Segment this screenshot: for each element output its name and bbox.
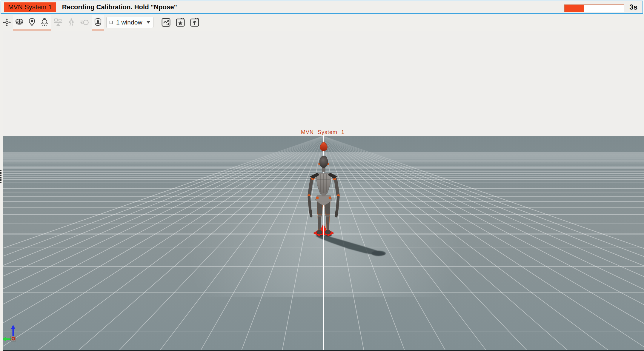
progress-fill	[565, 5, 584, 12]
splitter-grip[interactable]	[0, 170, 2, 184]
origin-pin-icon[interactable]	[27, 17, 37, 27]
viewport-toolbar: 1 window	[0, 14, 644, 31]
window-count-value: 1 window	[116, 19, 142, 26]
calibration-progress-bar	[564, 4, 624, 12]
follow-camera-icon[interactable]	[79, 17, 90, 27]
sky	[0, 14, 644, 136]
origin-axis-line-front	[323, 205, 324, 351]
window-glyph-icon	[110, 21, 113, 24]
viewport-3d[interactable]	[0, 0, 644, 351]
calibration-banner: MVN System 1 Recording Calibration. Hold…	[1, 1, 643, 14]
display-toggle-group	[13, 15, 51, 30]
window-count-dropdown[interactable]: 1 window	[106, 17, 153, 28]
reset-view-icon[interactable]	[2, 17, 12, 27]
floor-icon[interactable]	[14, 17, 24, 27]
avatar-shield-icon[interactable]	[93, 17, 103, 27]
character-label: MVN System 1	[297, 129, 348, 136]
send-window-icon[interactable]	[189, 17, 201, 27]
graph-window-icon[interactable]	[160, 17, 172, 27]
avatar-toggle-group	[92, 15, 104, 30]
toolbar-separator	[157, 17, 157, 28]
calibration-message: Recording Calibration. Hold "Npose"	[62, 3, 177, 11]
props-icon[interactable]	[53, 17, 63, 27]
chevron-down-icon	[147, 21, 150, 24]
system-badge: MVN System 1	[4, 2, 56, 12]
character-icon[interactable]	[66, 17, 76, 27]
countdown-label: 3s	[629, 3, 637, 11]
favorite-window-icon[interactable]	[174, 17, 186, 27]
lighting-icon[interactable]	[39, 17, 50, 27]
